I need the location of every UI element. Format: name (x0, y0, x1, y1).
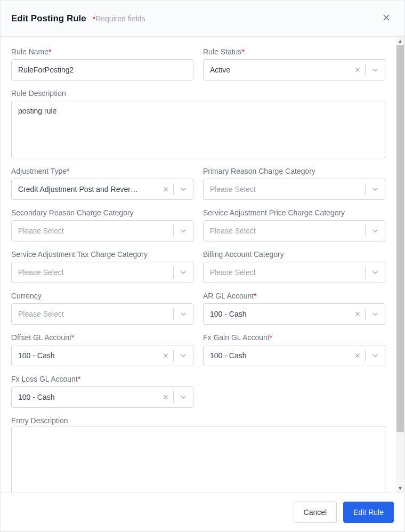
modal-footer: Cancel Edit Rule (1, 493, 404, 531)
scroll-up-icon[interactable]: ▲ (396, 37, 404, 45)
chevron-down-icon[interactable] (174, 221, 193, 241)
service-adj-price-value: Please Select (210, 227, 365, 235)
entry-description-input[interactable] (11, 426, 385, 493)
clear-icon[interactable] (350, 345, 365, 366)
label-adjustment-type: Adjustment Type* (11, 167, 193, 175)
field-currency: Currency Please Select (11, 292, 193, 325)
ar-gl-value: 100 - Cash (210, 310, 350, 318)
form-grid: Rule Name* Rule Status* Active (11, 47, 385, 493)
body-wrap: Rule Name* Rule Status* Active (1, 37, 404, 493)
field-service-adj-price: Service Adjustment Price Charge Category… (203, 208, 385, 241)
field-fx-gain-gl: Fx Gain GL Account* 100 - Cash (203, 333, 385, 366)
chevron-down-icon[interactable] (174, 262, 193, 283)
clear-icon[interactable] (158, 345, 173, 366)
label-fx-gain-gl: Fx Gain GL Account* (203, 333, 385, 342)
spacer (203, 375, 385, 408)
primary-reason-value: Please Select (210, 185, 365, 194)
field-rule-status: Rule Status* Active (203, 47, 385, 80)
label-ar-gl: AR GL Account* (203, 292, 385, 300)
label-primary-reason: Primary Reason Charge Category (203, 167, 385, 175)
field-entry-description: Entry Description (11, 416, 385, 493)
field-ar-gl: AR GL Account* 100 - Cash (203, 292, 385, 325)
clear-icon[interactable] (350, 60, 365, 80)
adjustment-type-value: Credit Adjustment Post and Rever… (18, 185, 158, 194)
clear-icon[interactable] (158, 387, 173, 407)
secondary-reason-select[interactable]: Please Select (11, 220, 193, 241)
fx-gain-gl-select[interactable]: 100 - Cash (203, 345, 385, 366)
edit-rule-button[interactable]: Edit Rule (343, 502, 394, 523)
service-adj-tax-select[interactable]: Please Select (11, 262, 193, 283)
ar-gl-select[interactable]: 100 - Cash (203, 303, 385, 325)
chevron-down-icon[interactable] (366, 262, 385, 283)
cancel-button[interactable]: Cancel (294, 502, 337, 523)
modal-header: Edit Posting Rule *Required fields (1, 1, 404, 37)
label-fx-loss-gl: Fx Loss GL Account* (11, 375, 193, 383)
field-billing-account-cat: Billing Account Category Please Select (203, 250, 385, 283)
field-secondary-reason: Secondary Reason Charge Category Please … (11, 208, 193, 241)
currency-value: Please Select (18, 310, 173, 318)
modal-body: Rule Name* Rule Status* Active (1, 37, 396, 493)
field-rule-name: Rule Name* (11, 47, 193, 80)
field-fx-loss-gl: Fx Loss GL Account* 100 - Cash (11, 375, 193, 408)
fx-loss-gl-select[interactable]: 100 - Cash (11, 386, 193, 408)
chevron-down-icon[interactable] (366, 345, 385, 366)
label-secondary-reason: Secondary Reason Charge Category (11, 208, 193, 217)
chevron-down-icon[interactable] (174, 179, 193, 199)
rule-status-select[interactable]: Active (203, 59, 385, 80)
header-left: Edit Posting Rule *Required fields (11, 13, 145, 24)
modal-title: Edit Posting Rule (11, 13, 86, 24)
chevron-down-icon[interactable] (366, 221, 385, 241)
label-rule-description: Rule Description (11, 89, 385, 98)
rule-name-input[interactable] (11, 59, 193, 80)
currency-select[interactable]: Please Select (11, 303, 193, 325)
chevron-down-icon[interactable] (366, 179, 385, 199)
chevron-down-icon[interactable] (366, 60, 385, 80)
label-currency: Currency (11, 292, 193, 300)
label-rule-status: Rule Status* (203, 47, 385, 56)
edit-posting-rule-modal: Edit Posting Rule *Required fields Rule … (0, 0, 405, 532)
required-fields-text: Required fields (95, 14, 145, 23)
billing-account-cat-select[interactable]: Please Select (203, 262, 385, 283)
rule-description-input[interactable] (11, 101, 385, 158)
scroll-down-icon[interactable]: ▼ (396, 484, 404, 493)
primary-reason-select[interactable]: Please Select (203, 179, 385, 200)
fx-loss-gl-value: 100 - Cash (18, 393, 158, 401)
clear-icon[interactable] (350, 304, 365, 324)
field-rule-description: Rule Description (11, 89, 385, 158)
billing-account-cat-value: Please Select (210, 268, 365, 277)
clear-icon[interactable] (158, 179, 173, 199)
close-icon (381, 17, 392, 25)
label-entry-description: Entry Description (11, 416, 385, 425)
label-service-adj-tax: Service Adjustment Tax Charge Category (11, 250, 193, 259)
field-offset-gl: Offset GL Account* 100 - Cash (11, 333, 193, 366)
service-adj-price-select[interactable]: Please Select (203, 220, 385, 241)
required-fields-note: *Required fields (93, 14, 145, 23)
chevron-down-icon[interactable] (174, 304, 193, 324)
label-service-adj-price: Service Adjustment Price Charge Category (203, 208, 385, 217)
adjustment-type-select[interactable]: Credit Adjustment Post and Rever… (11, 179, 193, 200)
offset-gl-select[interactable]: 100 - Cash (11, 345, 193, 366)
scroll-thumb[interactable] (396, 45, 404, 432)
field-adjustment-type: Adjustment Type* Credit Adjustment Post … (11, 167, 193, 200)
label-offset-gl: Offset GL Account* (11, 333, 193, 342)
service-adj-tax-value: Please Select (18, 268, 173, 277)
fx-gain-gl-value: 100 - Cash (210, 351, 350, 360)
field-primary-reason: Primary Reason Charge Category Please Se… (203, 167, 385, 200)
label-rule-name: Rule Name* (11, 47, 193, 56)
chevron-down-icon[interactable] (174, 345, 193, 366)
chevron-down-icon[interactable] (366, 304, 385, 324)
chevron-down-icon[interactable] (174, 387, 193, 407)
field-service-adj-tax: Service Adjustment Tax Charge Category P… (11, 250, 193, 283)
offset-gl-value: 100 - Cash (18, 351, 158, 360)
scrollbar[interactable]: ▲ ▼ (396, 37, 404, 493)
secondary-reason-value: Please Select (18, 227, 173, 235)
label-billing-account-cat: Billing Account Category (203, 250, 385, 259)
rule-status-value: Active (210, 66, 350, 74)
close-button[interactable] (379, 10, 394, 27)
